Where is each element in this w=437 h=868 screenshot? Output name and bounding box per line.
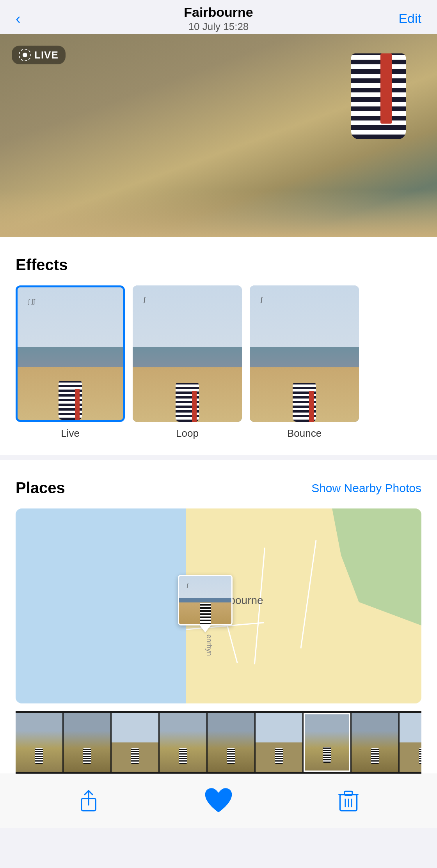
filmstrip-figure — [371, 748, 379, 764]
effect-thumb-live: ∫ ∫∫ — [16, 285, 125, 422]
thumb-child-red-live — [75, 389, 80, 420]
filmstrip-figure — [35, 748, 43, 764]
thumb-sea-loop — [133, 347, 242, 368]
share-button[interactable] — [73, 786, 104, 817]
effects-row: ∫ ∫∫ Live ∫ Loop — [16, 285, 421, 439]
map-pin-photo: ∫ — [178, 575, 233, 625]
live-dot — [23, 53, 27, 57]
filmstrip-item[interactable] — [160, 713, 206, 772]
live-text: LIVE — [34, 49, 59, 61]
edit-button[interactable]: Edit — [398, 11, 421, 26]
thumb-birds-live: ∫ ∫∫ — [28, 298, 35, 305]
trash-icon — [337, 790, 360, 813]
filmstrip — [16, 711, 421, 774]
live-icon — [19, 49, 31, 61]
poncho — [351, 53, 406, 139]
filmstrip-item[interactable] — [256, 713, 302, 772]
thumb-child-red-loop — [192, 391, 197, 422]
places-header: Places Show Nearby Photos — [16, 479, 421, 497]
filmstrip-figure — [179, 748, 187, 764]
svg-rect-4 — [345, 791, 352, 795]
effects-title: Effects — [16, 256, 68, 274]
map-container[interactable]: Fairbourne enrhyn ∫ — [16, 508, 421, 703]
effects-section: Effects ∫ ∫∫ Live ∫ — [0, 237, 437, 455]
effect-label-loop: Loop — [176, 427, 199, 439]
filmstrip-item[interactable] — [64, 713, 110, 772]
places-section: Places Show Nearby Photos Fairbourne enr… — [0, 460, 437, 774]
filmstrip-item[interactable] — [400, 713, 421, 772]
share-icon — [77, 790, 100, 813]
header: ‹ Fairbourne 10 July 15:28 Edit — [0, 0, 437, 34]
delete-button[interactable] — [333, 786, 364, 817]
thumb-sea-live — [18, 347, 123, 367]
child-figure — [336, 46, 414, 155]
filmstrip-figure — [419, 748, 421, 764]
filmstrip-item[interactable] — [16, 713, 62, 772]
effects-header: Effects — [16, 256, 421, 274]
thumb-sky-bounce: ∫ — [250, 285, 359, 347]
header-date: 10 July 15:28 — [184, 21, 253, 33]
effect-item-bounce[interactable]: ∫ Bounce — [250, 285, 359, 439]
effect-label-bounce: Bounce — [287, 427, 322, 439]
back-button[interactable]: ‹ — [16, 11, 21, 26]
effect-item-loop[interactable]: ∫ Loop — [133, 285, 242, 439]
map-water — [16, 508, 198, 703]
filmstrip-figure — [275, 748, 283, 764]
thumb-birds-bounce: ∫ — [261, 296, 262, 303]
section-divider — [0, 455, 437, 460]
header-center: Fairbourne 10 July 15:28 — [184, 5, 253, 33]
effect-thumb-loop: ∫ — [133, 285, 242, 422]
thumb-sky-loop: ∫ — [133, 285, 242, 347]
thumb-sand-live — [18, 367, 123, 420]
effect-thumb-bounce: ∫ — [250, 285, 359, 422]
thumb-sea-bounce — [250, 347, 359, 368]
thumb-birds-loop: ∫ — [144, 296, 145, 303]
map-pin-arrow — [200, 625, 211, 632]
thumb-child-red-bounce — [309, 391, 314, 422]
map-street-label: enrhyn — [205, 634, 213, 656]
filmstrip-item[interactable] — [208, 713, 254, 772]
filmstrip-figure — [323, 747, 331, 763]
favorite-button[interactable] — [203, 786, 234, 817]
sand-overlay — [0, 190, 437, 237]
bottom-toolbar — [0, 774, 437, 828]
effect-item-live[interactable]: ∫ ∫∫ Live — [16, 285, 125, 439]
map-pin[interactable]: ∫ — [178, 575, 233, 632]
filmstrip-figure — [131, 748, 139, 764]
filmstrip-item-active[interactable] — [304, 713, 350, 772]
page-title: Fairbourne — [184, 5, 253, 20]
places-title: Places — [16, 479, 65, 497]
thumb-sand-bounce — [250, 367, 359, 422]
live-badge[interactable]: LIVE — [12, 46, 66, 64]
effect-label-live: Live — [61, 427, 80, 439]
filmstrip-figure — [83, 748, 91, 764]
filmstrip-item[interactable] — [352, 713, 398, 772]
thumb-sand-loop — [133, 367, 242, 422]
heart-icon — [203, 787, 234, 815]
poncho-red-stripe — [380, 53, 392, 124]
thumb-sky-live: ∫ ∫∫ — [18, 287, 123, 347]
filmstrip-item[interactable] — [112, 713, 158, 772]
main-photo: LIVE — [0, 34, 437, 237]
show-nearby-button[interactable]: Show Nearby Photos — [311, 482, 421, 495]
filmstrip-figure — [227, 748, 235, 764]
